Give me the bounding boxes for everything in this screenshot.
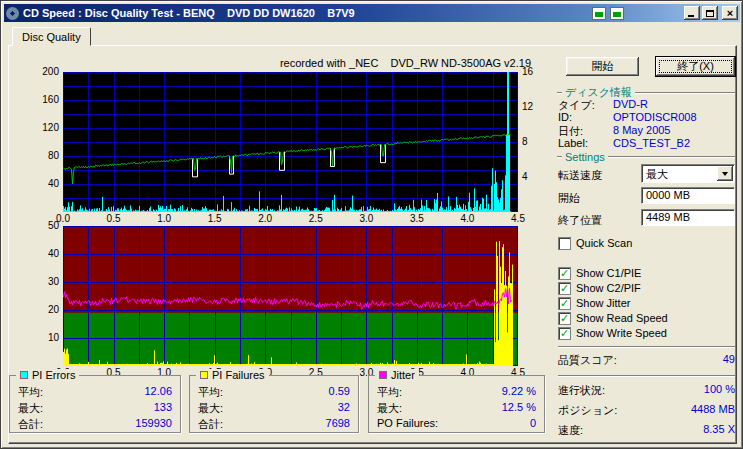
y-tick-label: 4 — [522, 171, 544, 182]
stat-label: 最大: — [18, 401, 43, 416]
tab-disc-quality[interactable]: Disc Quality — [12, 27, 91, 46]
speed-select[interactable]: 最大 — [641, 164, 735, 183]
stat-label: 合計: — [18, 417, 43, 432]
progress-label: 進行状況: — [558, 383, 605, 398]
pie-speed-chart — [63, 72, 518, 212]
checkbox-quick-scan[interactable]: Quick Scan — [558, 236, 632, 250]
disc-info-label: Label: — [558, 137, 588, 149]
y-tick-label: 8 — [522, 136, 544, 147]
section-disc-info: ディスク情報 — [557, 85, 735, 100]
stat-row: 平均:9.22 % — [377, 385, 536, 400]
section-line — [635, 92, 735, 94]
stat-label: PO Failures: — [377, 417, 438, 429]
y-tick-label: 40 — [31, 248, 59, 259]
maximize-button[interactable] — [702, 6, 718, 20]
x-tick-label: 3.0 — [351, 213, 381, 224]
stat-row: 最大:32 — [198, 401, 350, 416]
maximize-icon — [706, 10, 714, 17]
checkbox-show-jitter[interactable]: ✓Show Jitter — [558, 296, 630, 310]
y-tick-label: 16 — [522, 66, 544, 77]
stat-value: 12.06 — [144, 385, 172, 400]
jitter-legend: Jitter — [375, 369, 419, 381]
minimize-button[interactable] — [684, 6, 700, 20]
x-tick-label: 2.5 — [301, 213, 331, 224]
progress-label: ポジション: — [558, 403, 617, 418]
save-graph-icon[interactable] — [610, 7, 624, 20]
y-tick-label: 30 — [31, 276, 59, 287]
y-tick-label: 120 — [31, 122, 59, 133]
section-line — [608, 156, 735, 158]
checkbox-box[interactable]: ✓ — [558, 312, 571, 325]
checkbox-box[interactable]: ✓ — [558, 327, 571, 340]
pi-errors-legend: PI Errors — [16, 369, 79, 381]
disc-info-label: ID: — [558, 111, 572, 123]
disc-info-value: OPTODISCR008 — [613, 111, 697, 123]
checkbox-box[interactable]: ✓ — [558, 297, 571, 310]
window-title: CD Speed : Disc Quality Test - BENQ DVD … — [23, 4, 588, 22]
app-icon — [6, 7, 19, 20]
checkbox-show-read-speed[interactable]: ✓Show Read Speed — [558, 311, 668, 325]
title-bar[interactable]: CD Speed : Disc Quality Test - BENQ DVD … — [4, 4, 740, 22]
divider — [558, 346, 735, 348]
app-window: CD Speed : Disc Quality Test - BENQ DVD … — [0, 0, 743, 449]
pi-failures-legend: PI Failures — [196, 369, 269, 381]
stat-label: 最大: — [198, 401, 223, 416]
stat-label: 合計: — [198, 417, 223, 432]
checkbox-label: Show Write Speed — [576, 327, 667, 339]
checkbox-box[interactable] — [558, 237, 571, 250]
pi-errors-group: PI Errors 平均:12.06最大:133合計:159930 — [9, 375, 181, 433]
statbox-title: PI Failures — [212, 369, 265, 381]
stat-value: 0 — [530, 417, 536, 429]
checkbox-box[interactable]: ✓ — [558, 267, 571, 280]
start-button[interactable]: 開始 — [566, 57, 639, 76]
checkbox-show-c1-pie[interactable]: ✓Show C1/PIE — [558, 266, 641, 280]
divider — [558, 375, 735, 377]
stat-label: 平均: — [377, 385, 402, 400]
check-icon: ✓ — [560, 313, 569, 324]
x-tick-label: 2.0 — [250, 213, 280, 224]
checkbox-show-write-speed[interactable]: ✓Show Write Speed — [558, 326, 667, 340]
minimize-icon — [688, 15, 694, 17]
dropdown-button[interactable] — [717, 166, 733, 181]
x-tick-label: 4.0 — [452, 213, 482, 224]
y-tick-label: 20 — [31, 304, 59, 315]
stat-row: 合計:159930 — [18, 417, 172, 432]
end-position-value: 4489 MB — [642, 210, 734, 224]
progress-label: 速度: — [558, 423, 583, 438]
start-position-value: 0000 MB — [642, 188, 734, 202]
stat-value: 133 — [154, 401, 172, 416]
close-icon: × — [727, 7, 733, 19]
start-position-label: 開始 — [558, 191, 580, 206]
x-tick-label: 0.5 — [99, 213, 129, 224]
section-title: Settings — [565, 151, 605, 163]
pi-failures-swatch — [200, 371, 208, 379]
stat-value: 9.22 % — [502, 385, 536, 400]
pi-failures-group: PI Failures 平均:0.59最大:32合計:7698 — [189, 375, 359, 433]
checkbox-show-c2-pif[interactable]: ✓Show C2/PIF — [558, 281, 641, 295]
y-tick-label: 80 — [31, 150, 59, 161]
exit-button[interactable]: 終了(X) — [656, 57, 735, 76]
check-icon: ✓ — [560, 328, 569, 339]
jitter-swatch — [379, 371, 387, 379]
chevron-down-icon — [722, 172, 728, 176]
stat-row: 最大:133 — [18, 401, 172, 416]
checkbox-label: Show C1/PIE — [576, 267, 641, 279]
close-button[interactable]: × — [722, 6, 738, 20]
copy-graph-icon[interactable] — [592, 7, 606, 20]
end-position-label: 終了位置 — [558, 213, 602, 228]
pi-errors-swatch — [20, 371, 28, 379]
statbox-title: PI Errors — [32, 369, 75, 381]
x-tick-label: 3.5 — [402, 213, 432, 224]
stat-value: 159930 — [135, 417, 172, 432]
end-position-input[interactable]: 4489 MB — [641, 209, 735, 226]
speed-label: 転送速度 — [558, 168, 602, 183]
stat-value: 32 — [338, 401, 350, 416]
start-position-input[interactable]: 0000 MB — [641, 187, 735, 204]
stat-label: 平均: — [18, 385, 43, 400]
checkbox-box[interactable]: ✓ — [558, 282, 571, 295]
y-tick-label: 10 — [31, 332, 59, 343]
check-icon: ✓ — [560, 298, 569, 309]
check-icon: ✓ — [560, 268, 569, 279]
stat-value: 0.59 — [329, 385, 350, 400]
statbox-title: Jitter — [391, 369, 415, 381]
